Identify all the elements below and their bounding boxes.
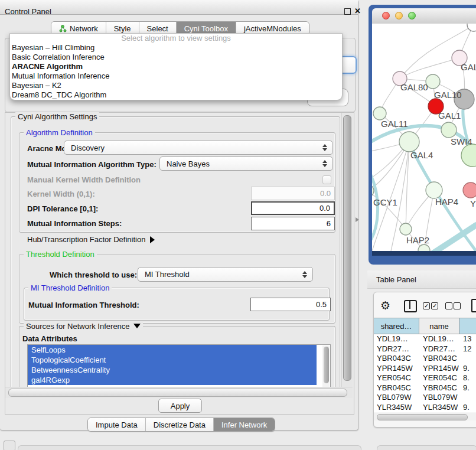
select-all-checkbox-icon[interactable]: ✓ [423,302,430,309]
table-row[interactable]: YBR043CYBR043C [374,354,476,364]
table-cell: 13 [459,334,476,344]
table-row[interactable]: YDR27…YDR27…12 [374,344,476,354]
close-icon[interactable]: ✕ [354,6,361,15]
table-row[interactable]: YDL19…YDL19…13 [374,334,476,344]
select-all-checkbox-icon[interactable]: ✓ [431,302,438,309]
mi-threshold-value: 0.5 [316,300,327,309]
network-node-hap2[interactable] [400,223,412,235]
bottom-left-button[interactable] [4,441,15,450]
hub-definition-expander[interactable]: Hub/Transcription Factor Definition [27,235,155,244]
network-canvas[interactable]: GALGAL80GAL10GAL1GAL11SWI4GAL4GCY1HAP4YH… [372,24,476,251]
network-node[interactable] [461,144,476,167]
manual-kernel-checkbox[interactable] [322,175,331,184]
apply-button[interactable]: Apply [158,399,202,413]
kernel-width-field[interactable]: 0.0 [251,187,335,200]
splitter-arrow-icon[interactable] [356,217,359,222]
aracne-mode-combobox[interactable]: Discovery [64,141,333,155]
tab-label: Cyni Toolbox [184,24,228,33]
table-row[interactable]: YBR045CYBR045C9. [374,383,476,393]
table-cell: YPR145W [374,364,419,374]
export-table-icon[interactable] [471,299,476,312]
bottom-tab-infer-network[interactable]: Infer Network [214,418,275,431]
table-cell: YDL19… [374,334,419,344]
table-row[interactable]: YPR145WYPR145W9. [374,364,476,374]
table-horizontal-scroll-thumb[interactable] [377,414,468,420]
float-window-icon[interactable] [344,8,351,15]
attribute-list-item[interactable]: gal4RGexp [28,375,317,385]
table-row[interactable]: YLR345WYLR345W9. [374,403,476,413]
node-table[interactable]: shared…nameYDL19…YDL19…13YDR27…YDR27…12Y… [374,318,476,412]
bottom-panel-edge-right [377,445,476,450]
cyni-algorithm-settings-label: Cyni Algorithm Settings [15,112,99,121]
zoom-traffic-light[interactable] [408,12,416,19]
network-node-label: SWI4 [451,136,472,146]
dropdown-item[interactable]: ARACNE Algorithm [10,62,342,71]
network-node-gal11[interactable] [373,107,386,120]
tab-label: Impute Data [96,420,138,429]
dropdown-item[interactable]: Bayesian – K2 [10,81,342,90]
network-node-label: GCY1 [373,197,397,207]
expander-right-icon [150,236,155,243]
mi-type-value: Naive Bayes [167,159,210,168]
stepper-icon [322,160,327,167]
deselect-all-checkbox-icon[interactable] [445,302,452,309]
network-edge-highlight[interactable] [430,224,476,251]
mi-steps-field[interactable]: 6 [251,217,335,230]
attributes-scrollbar[interactable] [322,345,330,387]
tab-label: Select [147,24,168,33]
network-node-label: GAL1 [438,110,461,120]
attribute-list-item[interactable]: BetweennessCentrality [28,365,317,375]
dropdown-item[interactable]: Basic Correlation Inference [10,53,342,62]
attribute-list-item[interactable]: SelfLoops [28,345,317,355]
network-node-label: GAL80 [400,82,428,92]
dropdown-item[interactable]: Dream8 DC_TDC Algorithm [10,90,342,100]
algorithm-definition-label: Algorithm Definition [24,128,95,137]
bottom-panel-edge-left [18,445,361,450]
minimize-traffic-light[interactable] [395,12,403,19]
dropdown-item[interactable]: Bayesian – Hill Climbing [10,43,342,53]
table-cell: YDR27… [419,344,459,354]
network-node-hap4[interactable] [426,182,442,198]
settings-vertical-scroll-thumb[interactable] [343,115,351,381]
mi-type-combobox[interactable]: Naive Bayes [159,156,333,171]
table-row[interactable]: YBL079WYBL079W [374,393,476,403]
table-cell: YDL19… [419,334,459,344]
bottom-tab-discretize-data[interactable]: Discretize Data [146,418,214,431]
attribute-list-item[interactable]: TopologicalCoefficient [28,355,317,365]
close-traffic-light[interactable] [382,12,390,19]
network-node-label: GAL [461,62,476,72]
table-cell: YBL079W [374,393,419,403]
network-node-gal4[interactable] [399,132,419,152]
table-row[interactable]: YER054CYER054C8. [374,373,476,383]
network-node-label: GAL10 [434,90,462,100]
network-node[interactable] [467,24,476,31]
tab-label: Discretize Data [154,420,206,429]
mi-threshold-field[interactable]: 0.5 [250,298,331,311]
column-header[interactable] [459,318,476,334]
columns-icon[interactable] [404,300,417,312]
which-threshold-combobox[interactable]: MI Threshold [138,267,313,282]
settings-horizontal-scroll-thumb[interactable] [8,389,347,397]
network-node-swi4[interactable] [441,122,457,138]
network-window-titlebar[interactable] [372,8,476,24]
cyni-toolbox-bottom-tabbar: Impute DataDiscretize DataInfer Network [87,418,275,432]
network-node-y[interactable] [463,182,476,198]
gear-icon[interactable]: ⚙ [380,300,390,311]
table-cell: YBR045C [374,383,419,393]
network-node-label: GAL4 [410,150,433,160]
bottom-tab-impute-data[interactable]: Impute Data [88,418,146,431]
mi-steps-label: Mutual Information Steps: [27,219,122,228]
column-header[interactable]: shared… [374,318,419,334]
table-cell: YLR345W [419,403,459,413]
column-header[interactable]: name [419,318,459,334]
table-cell: YDR27… [374,344,419,354]
deselect-all-checkbox-icon[interactable] [454,302,461,309]
dropdown-item[interactable]: Mutual Information Inference [10,71,342,81]
which-threshold-label: Which threshold to use: [50,270,137,279]
apply-button-label: Apply [171,402,190,410]
table-cell [459,354,476,364]
network-node-label: Y [470,198,476,208]
mi-type-label: Mutual Information Algorithm Type: [27,160,157,169]
dpi-tolerance-field[interactable]: 0.0 [251,201,335,215]
data-attributes-list[interactable]: SelfLoopsTopologicalCoefficientBetweenne… [27,344,331,389]
